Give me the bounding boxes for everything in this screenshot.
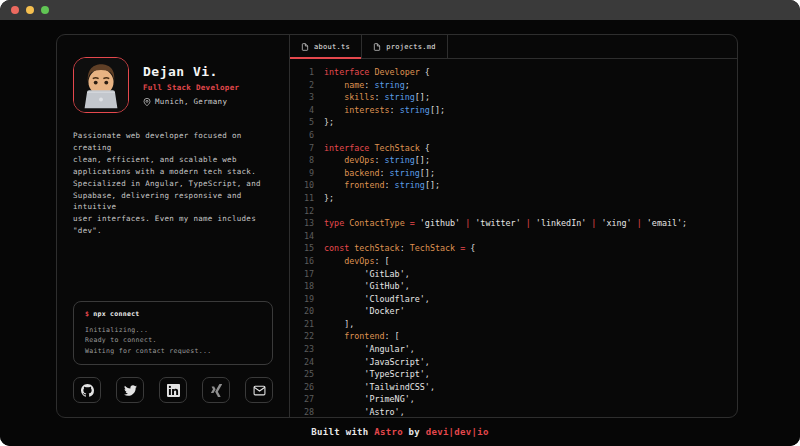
social-twitter-button[interactable]: [116, 377, 144, 403]
line-number: 3: [290, 91, 314, 104]
file-icon: [373, 43, 381, 51]
code-line: 25 'TypeScript',: [290, 368, 737, 381]
close-window-button[interactable]: [11, 6, 19, 14]
code-line: 12: [290, 205, 737, 218]
code-line: 27 'PrimeNG',: [290, 393, 737, 406]
bio-line: applications with a modern tech stack.: [73, 166, 273, 178]
code-line-content: 'Docker': [324, 305, 405, 318]
github-icon: [81, 384, 94, 397]
code-line: 24 'JavaScript',: [290, 356, 737, 369]
tab-about.ts[interactable]: about.ts: [290, 35, 362, 58]
code-line: 2 name: string;: [290, 79, 737, 92]
code-line: 13type ContactType = 'github' | 'twitter…: [290, 217, 737, 230]
profile-location-text: Munich, Germany: [155, 97, 227, 106]
social-links: [73, 377, 273, 403]
maximize-window-button[interactable]: [41, 6, 49, 14]
footer-text-prefix: Built with: [311, 427, 374, 437]
line-number: 14: [290, 230, 314, 243]
bio-line: Passionate web developer focused on crea…: [73, 130, 273, 154]
code-line: 10 frontend: string[];: [290, 179, 737, 192]
line-number: 28: [290, 406, 314, 417]
line-number: 20: [290, 305, 314, 318]
line-number: 24: [290, 356, 314, 369]
line-number: 18: [290, 280, 314, 293]
portfolio-card: Dejan Vi. Full Stack Developer Munich, G…: [56, 34, 738, 418]
terminal-output: Initializing...Ready to connect.Waiting …: [85, 325, 261, 357]
email-icon: [253, 384, 266, 397]
line-number: 12: [290, 205, 314, 218]
code-line-content: name: string;: [324, 79, 410, 92]
minimize-window-button[interactable]: [26, 6, 34, 14]
code-line-content: const techStack: TechStack = {: [324, 242, 475, 255]
code-line-content: 'PrimeNG',: [324, 393, 415, 406]
social-linkedin-button[interactable]: [159, 377, 187, 403]
line-number: 4: [290, 104, 314, 117]
code-line: 21 ],: [290, 318, 737, 331]
line-number: 7: [290, 142, 314, 155]
code-line-content: frontend: [: [324, 330, 400, 343]
xing-icon: [210, 384, 223, 397]
line-number: 5: [290, 116, 314, 129]
terminal-output-line: Waiting for contact request...: [85, 346, 261, 357]
code-line-content: 'Angular',: [324, 343, 415, 356]
code-line: 6: [290, 129, 737, 142]
social-github-button[interactable]: [73, 377, 101, 403]
line-number: 27: [290, 393, 314, 406]
code-area[interactable]: 1interface Developer {2 name: string;3 s…: [290, 59, 737, 417]
code-line: 3 skills: string[];: [290, 91, 737, 104]
code-line-content: 'Astro',: [324, 406, 405, 417]
line-number: 21: [290, 318, 314, 331]
map-pin-icon: [143, 98, 151, 106]
footer-site-link[interactable]: devi|dev|io: [426, 427, 489, 437]
editor-panel: about.tsprojects.md 1interface Developer…: [290, 35, 737, 417]
code-line: 11};: [290, 192, 737, 205]
line-number: 22: [290, 330, 314, 343]
tab-label: projects.md: [386, 43, 436, 51]
page-body: Dejan Vi. Full Stack Developer Munich, G…: [0, 20, 800, 418]
code-line: 23 'Angular',: [290, 343, 737, 356]
bio-line: user interfaces. Even my name includes "…: [73, 213, 273, 237]
bio-line: clean, efficient, and scalable web: [73, 154, 273, 166]
code-line: 1interface Developer {: [290, 66, 737, 79]
profile-identity: Dejan Vi. Full Stack Developer Munich, G…: [143, 64, 239, 106]
connect-terminal: $npx connect Initializing...Ready to con…: [73, 301, 273, 365]
profile-location: Munich, Germany: [143, 97, 239, 106]
line-number: 26: [290, 381, 314, 394]
profile-bio: Passionate web developer focused on crea…: [73, 130, 273, 237]
code-line: 16 devOps: [: [290, 255, 737, 268]
line-number: 23: [290, 343, 314, 356]
code-line-content: devOps: string[];: [324, 154, 430, 167]
social-email-button[interactable]: [245, 377, 273, 403]
code-line-content: 'JavaScript',: [324, 356, 430, 369]
code-line: 5};: [290, 116, 737, 129]
line-number: 15: [290, 242, 314, 255]
code-line: 17 'GitLab',: [290, 268, 737, 281]
social-xing-button[interactable]: [202, 377, 230, 403]
code-line: 28 'Astro',: [290, 406, 737, 417]
code-line: 15const techStack: TechStack = {: [290, 242, 737, 255]
profile-header: Dejan Vi. Full Stack Developer Munich, G…: [73, 57, 273, 113]
code-line-content: };: [324, 192, 334, 205]
code-line: 14: [290, 230, 737, 243]
file-icon: [301, 43, 309, 51]
code-line: 18 'GitHub',: [290, 280, 737, 293]
code-line-content: interface TechStack {: [324, 142, 430, 155]
footer-astro-link[interactable]: Astro: [374, 427, 403, 437]
code-line-content: interests: string[];: [324, 104, 445, 117]
profile-name: Dejan Vi.: [143, 64, 239, 79]
code-line-content: };: [324, 116, 334, 129]
line-number: 10: [290, 179, 314, 192]
line-number: 16: [290, 255, 314, 268]
code-line-content: backend: string[];: [324, 167, 435, 180]
terminal-command: npx connect: [93, 310, 139, 318]
code-line: 20 'Docker': [290, 305, 737, 318]
line-number: 11: [290, 192, 314, 205]
page-footer: Built with Astro by devi|dev|io: [0, 418, 800, 446]
profile-role: Full Stack Developer: [143, 83, 239, 92]
terminal-command-line: $npx connect: [85, 310, 261, 318]
code-line: 26 'TailwindCSS',: [290, 381, 737, 394]
line-number: 1: [290, 66, 314, 79]
line-number: 6: [290, 129, 314, 142]
terminal-output-line: Initializing...: [85, 325, 261, 336]
tab-projects.md[interactable]: projects.md: [362, 35, 448, 58]
